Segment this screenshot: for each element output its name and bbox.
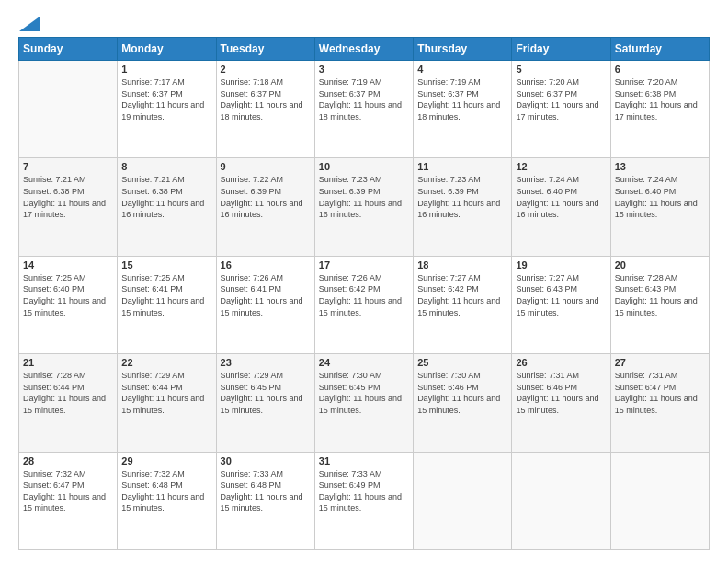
day-info: Sunrise: 7:23 AMSunset: 6:39 PMDaylight:… [417, 174, 507, 220]
day-number: 5 [516, 63, 606, 75]
calendar-header-monday: Monday [118, 38, 216, 61]
calendar-cell: 19Sunrise: 7:27 AMSunset: 6:43 PMDayligh… [512, 256, 610, 353]
day-info: Sunrise: 7:33 AMSunset: 6:48 PMDaylight:… [221, 468, 311, 514]
day-number: 19 [516, 259, 606, 270]
calendar-cell: 2Sunrise: 7:18 AMSunset: 6:37 PMDaylight… [216, 61, 314, 158]
day-info: Sunrise: 7:23 AMSunset: 6:39 PMDaylight:… [319, 174, 409, 220]
calendar-cell: 24Sunrise: 7:30 AMSunset: 6:45 PMDayligh… [314, 354, 413, 452]
page: SundayMondayTuesdayWednesdayThursdayFrid… [0, 0, 728, 563]
calendar-cell [512, 452, 610, 549]
day-info: Sunrise: 7:20 AMSunset: 6:38 PMDaylight:… [615, 76, 705, 122]
calendar-cell: 4Sunrise: 7:19 AMSunset: 6:37 PMDaylight… [414, 61, 512, 158]
calendar-week-row: 28Sunrise: 7:32 AMSunset: 6:47 PMDayligh… [19, 452, 710, 549]
header [18, 17, 710, 28]
calendar-cell: 22Sunrise: 7:29 AMSunset: 6:44 PMDayligh… [118, 354, 216, 452]
logo [18, 17, 40, 28]
logo-triangle-icon [19, 17, 40, 31]
day-info: Sunrise: 7:33 AMSunset: 6:49 PMDaylight:… [319, 468, 409, 514]
day-number: 13 [615, 161, 705, 172]
calendar-cell: 10Sunrise: 7:23 AMSunset: 6:39 PMDayligh… [314, 158, 413, 256]
day-info: Sunrise: 7:30 AMSunset: 6:45 PMDaylight:… [319, 370, 409, 416]
calendar-cell: 6Sunrise: 7:20 AMSunset: 6:38 PMDaylight… [610, 61, 709, 158]
calendar-cell: 8Sunrise: 7:21 AMSunset: 6:38 PMDaylight… [118, 158, 216, 256]
day-info: Sunrise: 7:25 AMSunset: 6:40 PMDaylight:… [23, 272, 113, 318]
calendar-header-tuesday: Tuesday [216, 38, 314, 61]
calendar-cell: 23Sunrise: 7:29 AMSunset: 6:45 PMDayligh… [216, 354, 314, 452]
day-number: 4 [417, 63, 507, 75]
calendar-cell: 25Sunrise: 7:30 AMSunset: 6:46 PMDayligh… [414, 354, 512, 452]
day-info: Sunrise: 7:29 AMSunset: 6:44 PMDaylight:… [121, 370, 211, 416]
day-info: Sunrise: 7:24 AMSunset: 6:40 PMDaylight:… [615, 174, 705, 220]
day-number: 9 [221, 161, 311, 172]
day-info: Sunrise: 7:30 AMSunset: 6:46 PMDaylight:… [417, 370, 507, 416]
day-number: 18 [417, 259, 507, 270]
day-number: 7 [23, 161, 113, 172]
day-info: Sunrise: 7:19 AMSunset: 6:37 PMDaylight:… [417, 76, 507, 122]
calendar-header-row: SundayMondayTuesdayWednesdayThursdayFrid… [19, 38, 710, 61]
calendar-cell: 28Sunrise: 7:32 AMSunset: 6:47 PMDayligh… [19, 452, 118, 549]
calendar-cell [19, 61, 118, 158]
calendar-header-wednesday: Wednesday [314, 38, 413, 61]
calendar-cell: 12Sunrise: 7:24 AMSunset: 6:40 PMDayligh… [512, 158, 610, 256]
day-number: 11 [417, 161, 507, 172]
day-info: Sunrise: 7:27 AMSunset: 6:43 PMDaylight:… [516, 272, 606, 318]
day-number: 3 [319, 63, 409, 75]
calendar-cell: 5Sunrise: 7:20 AMSunset: 6:37 PMDaylight… [512, 61, 610, 158]
calendar-cell: 13Sunrise: 7:24 AMSunset: 6:40 PMDayligh… [610, 158, 709, 256]
day-info: Sunrise: 7:31 AMSunset: 6:47 PMDaylight:… [615, 370, 705, 416]
calendar-cell: 30Sunrise: 7:33 AMSunset: 6:48 PMDayligh… [216, 452, 314, 549]
day-number: 14 [23, 259, 113, 270]
calendar-cell: 17Sunrise: 7:26 AMSunset: 6:42 PMDayligh… [314, 256, 413, 353]
day-info: Sunrise: 7:32 AMSunset: 6:48 PMDaylight:… [121, 468, 211, 514]
calendar-cell: 21Sunrise: 7:28 AMSunset: 6:44 PMDayligh… [19, 354, 118, 452]
day-number: 23 [221, 357, 311, 368]
day-number: 22 [121, 357, 211, 368]
day-info: Sunrise: 7:24 AMSunset: 6:40 PMDaylight:… [516, 174, 606, 220]
day-number: 26 [516, 357, 606, 368]
day-info: Sunrise: 7:20 AMSunset: 6:37 PMDaylight:… [516, 76, 606, 122]
calendar-cell: 15Sunrise: 7:25 AMSunset: 6:41 PMDayligh… [118, 256, 216, 353]
day-number: 2 [221, 63, 311, 75]
calendar-cell: 11Sunrise: 7:23 AMSunset: 6:39 PMDayligh… [414, 158, 512, 256]
day-info: Sunrise: 7:28 AMSunset: 6:44 PMDaylight:… [23, 370, 113, 416]
calendar-cell: 31Sunrise: 7:33 AMSunset: 6:49 PMDayligh… [314, 452, 413, 549]
day-info: Sunrise: 7:27 AMSunset: 6:42 PMDaylight:… [417, 272, 507, 318]
day-info: Sunrise: 7:26 AMSunset: 6:41 PMDaylight:… [221, 272, 311, 318]
day-number: 30 [221, 455, 311, 466]
day-number: 31 [319, 455, 409, 466]
day-number: 29 [121, 455, 211, 466]
day-info: Sunrise: 7:21 AMSunset: 6:38 PMDaylight:… [23, 174, 113, 220]
day-info: Sunrise: 7:18 AMSunset: 6:37 PMDaylight:… [221, 76, 311, 122]
svg-marker-0 [19, 17, 40, 31]
calendar-header-sunday: Sunday [19, 38, 118, 61]
day-info: Sunrise: 7:22 AMSunset: 6:39 PMDaylight:… [221, 174, 311, 220]
calendar-cell: 14Sunrise: 7:25 AMSunset: 6:40 PMDayligh… [19, 256, 118, 353]
day-number: 1 [121, 63, 211, 75]
day-info: Sunrise: 7:21 AMSunset: 6:38 PMDaylight:… [121, 174, 211, 220]
calendar-week-row: 14Sunrise: 7:25 AMSunset: 6:40 PMDayligh… [19, 256, 710, 353]
calendar-cell: 1Sunrise: 7:17 AMSunset: 6:37 PMDaylight… [118, 61, 216, 158]
calendar-cell: 29Sunrise: 7:32 AMSunset: 6:48 PMDayligh… [118, 452, 216, 549]
calendar-week-row: 21Sunrise: 7:28 AMSunset: 6:44 PMDayligh… [19, 354, 710, 452]
day-number: 21 [23, 357, 113, 368]
calendar-cell: 7Sunrise: 7:21 AMSunset: 6:38 PMDaylight… [19, 158, 118, 256]
calendar-week-row: 7Sunrise: 7:21 AMSunset: 6:38 PMDaylight… [19, 158, 710, 256]
day-info: Sunrise: 7:29 AMSunset: 6:45 PMDaylight:… [221, 370, 311, 416]
calendar-header-friday: Friday [512, 38, 610, 61]
calendar-cell: 16Sunrise: 7:26 AMSunset: 6:41 PMDayligh… [216, 256, 314, 353]
day-number: 12 [516, 161, 606, 172]
day-number: 6 [615, 63, 705, 75]
day-info: Sunrise: 7:17 AMSunset: 6:37 PMDaylight:… [121, 76, 211, 122]
day-number: 25 [417, 357, 507, 368]
day-number: 15 [121, 259, 211, 270]
day-number: 10 [319, 161, 409, 172]
calendar-header-thursday: Thursday [414, 38, 512, 61]
day-number: 8 [121, 161, 211, 172]
day-number: 16 [221, 259, 311, 270]
calendar-header-saturday: Saturday [610, 38, 709, 61]
day-number: 17 [319, 259, 409, 270]
day-number: 27 [615, 357, 705, 368]
calendar-cell: 20Sunrise: 7:28 AMSunset: 6:43 PMDayligh… [610, 256, 709, 353]
calendar-cell: 26Sunrise: 7:31 AMSunset: 6:46 PMDayligh… [512, 354, 610, 452]
day-info: Sunrise: 7:19 AMSunset: 6:37 PMDaylight:… [319, 76, 409, 122]
